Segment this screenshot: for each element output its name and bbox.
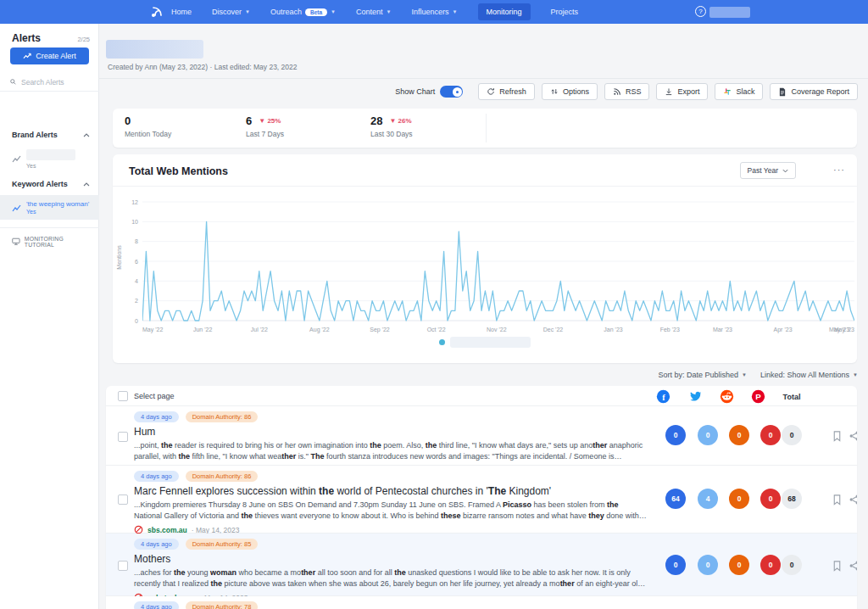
total-count: 0: [782, 425, 802, 445]
reddit-icon: [720, 389, 734, 404]
refresh-button[interactable]: Refresh: [478, 83, 535, 100]
keyword-alerts-section-header[interactable]: Keyword Alerts: [12, 180, 90, 188]
mentions-list-card: Select page f P Total 4 days ago Domain …: [106, 386, 857, 609]
reddit-count: 0: [729, 489, 749, 509]
pinterest-count: 0: [760, 489, 781, 509]
domain-authority-badge: Domain Authority: 78: [186, 601, 259, 609]
search-alerts: [0, 73, 99, 92]
chevron-down-icon: ▼: [245, 9, 250, 14]
document-icon: [778, 87, 787, 97]
pinterest-count: 0: [760, 425, 781, 445]
stat-last-30-days: 28 ▼ 26% Last 30 Days: [370, 115, 413, 138]
date-range-select[interactable]: Past Year: [740, 162, 796, 179]
row-checkbox[interactable]: [118, 432, 128, 442]
chevron-up-icon: [83, 182, 90, 187]
nav-item-content[interactable]: Content▼: [356, 8, 391, 16]
share-icon[interactable]: [849, 560, 857, 572]
keyword-alert-status: Yes: [26, 209, 89, 215]
search-icon: [10, 78, 16, 86]
list-controls: Sort by: Date Published▼ Linked: Show Al…: [658, 371, 858, 379]
mention-title[interactable]: Hum: [134, 426, 648, 438]
total-count: 68: [782, 489, 802, 509]
slack-icon: [723, 87, 732, 96]
chart-legend: [439, 337, 531, 348]
nav-item-home[interactable]: Home: [171, 8, 192, 16]
list-header-row: Select page f P Total: [106, 386, 857, 406]
chevron-down-icon: ▼: [453, 9, 458, 14]
brand-alert-item[interactable]: Yes: [0, 144, 99, 174]
row-checkbox[interactable]: [118, 561, 128, 571]
row-checkbox[interactable]: [118, 494, 128, 505]
mention-row[interactable]: 4 days ago Domain Authority: 86 Hum ...p…: [106, 406, 857, 466]
nav-item-projects[interactable]: Projects: [551, 8, 579, 16]
mention-row-partial[interactable]: 4 days ago Domain Authority: 78: [106, 596, 857, 609]
sort-by-select[interactable]: Sort by: Date Published▼: [658, 371, 747, 379]
mentions-line-chart[interactable]: [142, 198, 854, 325]
stat-last-7-days: 6 ▼ 25% Last 7 Days: [246, 115, 284, 138]
reddit-count: 0: [729, 555, 749, 575]
show-chart-toggle[interactable]: [440, 86, 463, 98]
total-count: 0: [782, 555, 802, 575]
user-account-redacted[interactable]: [709, 7, 750, 18]
export-button[interactable]: Export: [656, 83, 708, 100]
brand-alerts-section-header[interactable]: Brand Alerts: [12, 131, 90, 139]
alerts-sidebar: Alerts 2/25 Create Alert Brand Alerts Ye…: [0, 24, 99, 609]
nav-item-outreach[interactable]: OutreachBeta▼: [270, 8, 336, 16]
bookmark-icon[interactable]: [832, 560, 843, 572]
mention-row[interactable]: 4 days ago Domain Authority: 86 Marc Fen…: [106, 466, 857, 534]
share-icon[interactable]: [849, 430, 857, 442]
share-icon[interactable]: [849, 494, 857, 506]
nav-item-influencers[interactable]: Influencers▼: [412, 8, 458, 16]
domain-authority-badge: Domain Authority: 86: [186, 411, 259, 422]
chart-title: Total Web Mentions: [129, 165, 228, 177]
linked-filter-select[interactable]: Linked: Show All Mentions▼: [760, 371, 858, 379]
svg-text:P: P: [755, 392, 761, 401]
age-badge: 4 days ago: [134, 601, 179, 609]
twitter-icon: [688, 389, 703, 404]
chevron-down-icon: ▼: [742, 372, 747, 377]
chevron-down-icon: [782, 169, 788, 173]
slack-button[interactable]: Slack: [715, 83, 763, 100]
monitoring-tutorial-link[interactable]: MONITORING TUTORIAL: [0, 227, 99, 255]
pinterest-count: 0: [760, 555, 781, 575]
twitter-count: 0: [698, 425, 718, 445]
sidebar-title: Alerts: [12, 32, 41, 44]
monitor-icon: [12, 237, 20, 246]
create-alert-button[interactable]: Create Alert: [10, 47, 89, 64]
nav-item-discover[interactable]: Discover▼: [212, 8, 250, 16]
select-page-checkbox[interactable]: [118, 391, 128, 401]
chart-more-menu[interactable]: ···: [833, 165, 845, 175]
facebook-count: 64: [665, 489, 686, 509]
chevron-down-icon: ▼: [387, 9, 392, 14]
mention-row[interactable]: 4 days ago Domain Authority: 85 Mothers …: [106, 534, 857, 596]
toolbar: Show Chart Refresh Options RSS Export Sl…: [395, 83, 858, 100]
mention-snippet: ...aches for the young woman who became …: [134, 567, 648, 589]
coverage-report-button[interactable]: Coverage Report: [770, 83, 858, 100]
help-icon[interactable]: ?: [695, 6, 706, 17]
sort-arrows-icon: [550, 87, 559, 96]
mention-title[interactable]: Marc Fennell explores succession within …: [134, 485, 648, 497]
keyword-alert-item-weeping-woman[interactable]: 'the weeping woman' Yes: [0, 195, 99, 220]
age-badge: 4 days ago: [134, 539, 179, 550]
download-icon: [665, 87, 673, 96]
keyword-alert-name: 'the weeping woman': [26, 200, 89, 209]
bookmark-icon[interactable]: [832, 430, 843, 442]
options-button[interactable]: Options: [542, 83, 598, 100]
bookmark-icon[interactable]: [832, 494, 843, 506]
mention-title[interactable]: Mothers: [134, 553, 648, 565]
mention-snippet: ...Kingdom premieres Thursday 8 June on …: [134, 500, 648, 522]
facebook-count: 0: [665, 425, 686, 445]
nav-item-monitoring[interactable]: Monitoring: [478, 3, 531, 20]
chevron-down-icon: ▼: [331, 9, 336, 14]
twitter-count: 0: [698, 555, 718, 575]
header-divider: [99, 78, 868, 79]
search-alerts-input[interactable]: [21, 78, 89, 87]
total-web-mentions-card: Total Web Mentions Past Year ··· Mention…: [113, 154, 857, 363]
rss-button[interactable]: RSS: [604, 83, 650, 100]
total-column-header: Total: [779, 393, 804, 401]
created-edited-line: Created by Ann (May 23, 2022) · Last edi…: [108, 63, 298, 71]
alert-title-redacted: [106, 40, 203, 59]
buzzsumo-logo-icon[interactable]: [149, 4, 164, 23]
select-page-label: Select page: [134, 392, 175, 400]
facebook-count: 0: [665, 555, 686, 575]
